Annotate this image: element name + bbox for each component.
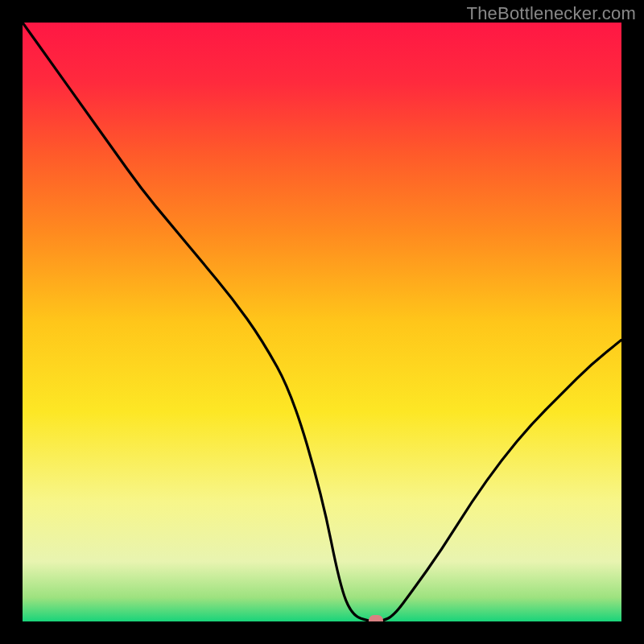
plot-area — [23, 23, 621, 621]
watermark-text: TheBottlenecker.com — [467, 3, 636, 24]
bottleneck-chart-svg — [23, 23, 621, 621]
chart-frame: TheBottlenecker.com — [0, 0, 644, 644]
chart-background — [23, 23, 621, 621]
